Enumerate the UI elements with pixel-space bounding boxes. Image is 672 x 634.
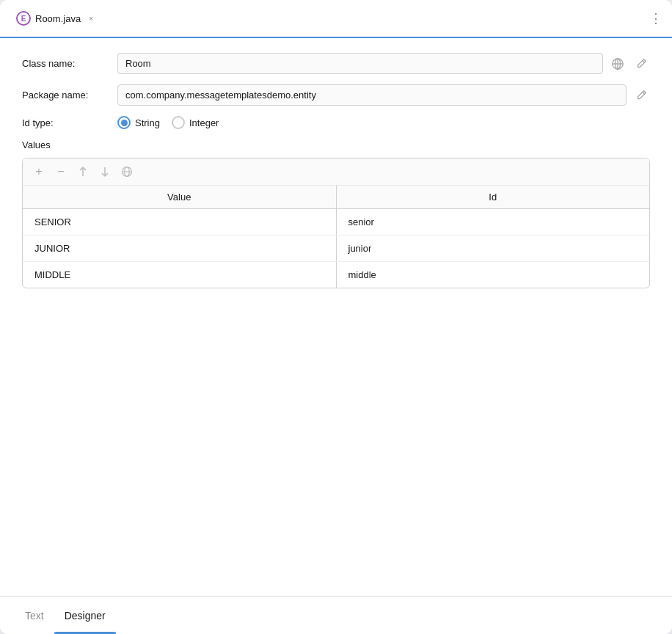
- id-type-row: Id type: String Integer: [22, 116, 650, 129]
- radio-integer-label: Integer: [189, 117, 219, 128]
- id-type-radio-group: String Integer: [117, 116, 219, 129]
- title-bar: E Room.java × ⋮: [0, 0, 672, 38]
- package-name-input-wrapper: [117, 84, 650, 106]
- cell-value: JUNIOR: [23, 236, 336, 262]
- class-name-globe-button[interactable]: [609, 55, 627, 73]
- more-options-button[interactable]: ⋮: [649, 10, 663, 26]
- values-table-container: + −: [22, 158, 650, 288]
- bottom-tabs: Text Designer: [0, 596, 672, 634]
- radio-integer-outer: [172, 116, 185, 129]
- radio-string-inner: [121, 120, 128, 126]
- id-type-label: Id type:: [22, 117, 117, 128]
- cell-id: middle: [336, 262, 649, 288]
- table-header-row: Value Id: [23, 186, 649, 209]
- cell-id: senior: [336, 209, 649, 236]
- radio-integer[interactable]: Integer: [172, 116, 219, 129]
- file-tab-label: Room.java: [35, 13, 81, 24]
- svg-line-5: [643, 92, 645, 94]
- package-name-row: Package name:: [22, 84, 650, 106]
- tab-close-button[interactable]: ×: [85, 12, 97, 24]
- package-name-label: Package name:: [22, 90, 117, 101]
- column-header-value: Value: [23, 186, 336, 209]
- class-name-input[interactable]: [117, 53, 603, 74]
- table-globe-button[interactable]: [120, 164, 134, 179]
- main-window: E Room.java × ⋮ Class name:: [0, 0, 672, 634]
- column-header-id: Id: [336, 186, 649, 209]
- table-toolbar: + −: [23, 158, 649, 186]
- remove-row-button[interactable]: −: [54, 164, 68, 179]
- move-up-button[interactable]: [76, 164, 90, 179]
- move-down-button[interactable]: [98, 164, 112, 179]
- cell-value: SENIOR: [23, 209, 336, 236]
- package-name-edit-button[interactable]: [632, 87, 650, 104]
- svg-line-4: [643, 60, 645, 62]
- cell-value: MIDDLE: [23, 262, 336, 288]
- values-section-label: Values: [22, 139, 650, 150]
- content-area: Class name:: [0, 38, 672, 596]
- file-tab-icon: E: [16, 11, 31, 26]
- tab-designer[interactable]: Designer: [54, 597, 116, 634]
- class-name-edit-button[interactable]: [632, 55, 650, 73]
- table-row[interactable]: SENIOR senior: [23, 209, 649, 236]
- cell-id: junior: [336, 236, 649, 262]
- values-table: Value Id SENIOR senior JUNIOR junior MID…: [23, 186, 649, 288]
- table-row[interactable]: JUNIOR junior: [23, 236, 649, 262]
- class-name-label: Class name:: [22, 58, 117, 69]
- add-row-button[interactable]: +: [32, 164, 46, 179]
- package-name-input[interactable]: [117, 84, 627, 106]
- radio-string[interactable]: String: [117, 116, 160, 129]
- tab-text[interactable]: Text: [15, 597, 54, 634]
- class-name-input-wrapper: [117, 53, 650, 74]
- class-name-row: Class name:: [22, 53, 650, 74]
- radio-string-outer: [117, 116, 131, 129]
- radio-string-label: String: [135, 117, 160, 128]
- file-tab[interactable]: E Room.java ×: [9, 0, 104, 37]
- table-row[interactable]: MIDDLE middle: [23, 262, 649, 288]
